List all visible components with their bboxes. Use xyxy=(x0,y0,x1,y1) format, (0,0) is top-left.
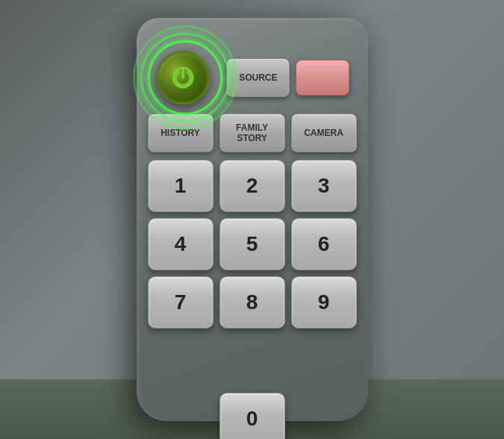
family-story-button[interactable]: FAMILY STORY xyxy=(220,113,285,152)
top-row: SOURCE xyxy=(137,48,368,108)
pink-button[interactable] xyxy=(296,60,349,96)
scene: SOURCE HISTORY FAMILY STORY CAMERA 1 2 xyxy=(0,0,504,439)
button-9[interactable]: 9 xyxy=(291,276,357,329)
family-story-label: FAMILY STORY xyxy=(236,122,268,144)
button-2[interactable]: 2 xyxy=(220,160,285,212)
button-5[interactable]: 5 xyxy=(220,218,285,270)
button-4[interactable]: 4 xyxy=(148,218,214,270)
camera-button[interactable]: CAMERA xyxy=(291,113,357,152)
power-icon xyxy=(169,64,196,91)
button-8[interactable]: 8 xyxy=(220,276,285,329)
zero-row: 0 xyxy=(205,393,300,439)
power-button[interactable] xyxy=(156,51,210,105)
button-0[interactable]: 0 xyxy=(220,393,285,439)
button-1[interactable]: 1 xyxy=(148,160,214,212)
remote-control: SOURCE HISTORY FAMILY STORY CAMERA 1 2 xyxy=(137,18,368,421)
button-6[interactable]: 6 xyxy=(291,218,357,270)
power-btn-container xyxy=(155,48,212,108)
button-3[interactable]: 3 xyxy=(291,160,357,212)
button-7[interactable]: 7 xyxy=(148,276,214,329)
number-grid: 1 2 3 4 5 6 7 8 9 xyxy=(133,160,372,387)
